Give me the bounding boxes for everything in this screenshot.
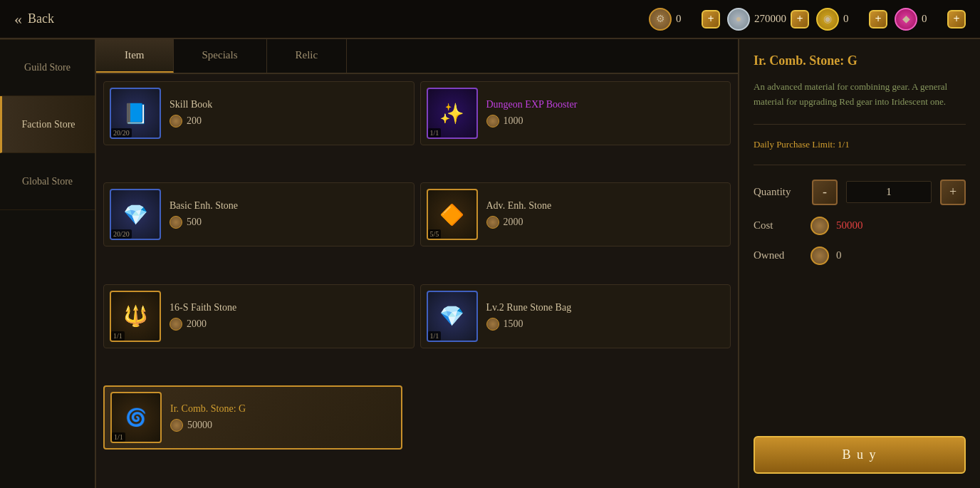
item-img-wrap: 💎 20/20 — [110, 189, 161, 240]
skill-book-info: Skill Book 200 — [170, 99, 408, 128]
cost-value: 50000 — [836, 219, 863, 232]
faith-stone-cost: 2000 — [170, 318, 408, 331]
currency-gold: ◉ 0 + — [816, 8, 887, 31]
item-skill-book[interactable]: 📘 20/20 Skill Book 200 — [103, 81, 415, 145]
currency-silver: ● 270000 + — [727, 8, 809, 31]
cost-row: Cost 50000 — [754, 217, 966, 235]
gem-value: 0 — [922, 13, 943, 25]
item-img-wrap: ✨ 1/1 — [427, 88, 478, 139]
item-basic-enh-stone[interactable]: 💎 20/20 Basic Enh. Stone 500 — [103, 182, 415, 246]
tab-item[interactable]: Item — [96, 39, 174, 73]
cost-icon — [170, 419, 183, 432]
back-button[interactable]: « Back — [14, 10, 54, 28]
cost-icon — [170, 318, 182, 331]
quantity-value[interactable]: 1 — [846, 181, 932, 203]
item-lv2-rune-stone-bag[interactable]: 💎 1/1 Lv.2 Rune Stone Bag 1500 — [420, 284, 731, 348]
item-img-wrap: 🌀 1/1 — [110, 392, 162, 443]
detail-title: Ir. Comb. Stone: G — [754, 53, 966, 68]
cost-icon — [486, 318, 499, 331]
basic-enh-stock: 20/20 — [111, 229, 132, 239]
quantity-plus-button[interactable]: + — [940, 180, 966, 205]
currency-gem: ◆ 0 + — [895, 8, 966, 31]
detail-description: An advanced material for combining gear.… — [754, 80, 966, 110]
tabs: Item Specials Relic — [96, 39, 738, 74]
item-16s-faith-stone[interactable]: 🔱 1/1 16-S Faith Stone 2000 — [103, 284, 415, 348]
add-gem-button[interactable]: + — [947, 10, 966, 28]
faith-stone-stock: 1/1 — [111, 331, 125, 341]
item-grid: 📘 20/20 Skill Book 200 ✨ 1/1 — [96, 74, 738, 488]
cost-label: Cost — [754, 219, 803, 232]
detail-panel: Ir. Comb. Stone: G An advanced material … — [738, 39, 980, 488]
content-area: Item Specials Relic 📘 20/20 Skill Book — [96, 39, 738, 488]
quantity-minus-button[interactable]: - — [812, 180, 838, 205]
sidebar-item-global-store[interactable]: Global Store — [0, 153, 95, 210]
adv-enh-stock: 5/5 — [428, 229, 442, 239]
bronze-icon: ⚙ — [649, 8, 672, 31]
tab-specials[interactable]: Specials — [174, 39, 267, 73]
quantity-label: Quantity — [754, 186, 803, 198]
faith-stone-info: 16-S Faith Stone 2000 — [170, 302, 408, 331]
back-label: Back — [28, 11, 54, 26]
owned-row: Owned 0 — [754, 246, 966, 265]
faith-stone-name: 16-S Faith Stone — [170, 302, 408, 313]
skill-book-stock: 20/20 — [111, 128, 132, 137]
cost-icon — [486, 115, 499, 128]
dungeon-exp-info: Dungeon EXP Booster 1000 — [486, 99, 725, 128]
ir-comb-stone-cost: 50000 — [170, 419, 395, 432]
rune-stone-bag-stock: 1/1 — [428, 331, 442, 341]
add-gold-button[interactable]: + — [869, 10, 887, 28]
item-adv-enh-stone[interactable]: 🔶 5/5 Adv. Enh. Stone 2000 — [420, 182, 731, 246]
basic-enh-info: Basic Enh. Stone 500 — [170, 200, 408, 229]
silver-icon: ● — [727, 8, 750, 31]
main-layout: Guild Store Faction Store Global Store I… — [0, 39, 980, 488]
currency-group: ⚙ 0 + ● 270000 + ◉ 0 + ◆ 0 + — [649, 8, 966, 31]
divider-2 — [754, 165, 966, 165]
bronze-value: 0 — [676, 13, 697, 25]
sidebar: Guild Store Faction Store Global Store — [0, 39, 96, 488]
ir-comb-stone-name: Ir. Comb. Stone: G — [170, 403, 395, 415]
divider — [754, 124, 966, 125]
currency-bronze: ⚙ 0 + — [649, 8, 720, 31]
sidebar-item-faction-store[interactable]: Faction Store — [0, 96, 95, 153]
item-dungeon-exp-booster[interactable]: ✨ 1/1 Dungeon EXP Booster 1000 — [420, 81, 731, 145]
gold-icon: ◉ — [816, 8, 839, 31]
item-img-wrap: 🔶 5/5 — [427, 189, 478, 240]
ir-comb-stone-info: Ir. Comb. Stone: G 50000 — [170, 403, 395, 432]
add-bronze-button[interactable]: + — [702, 10, 720, 28]
top-bar: « Back ⚙ 0 + ● 270000 + ◉ 0 + ◆ 0 + — [0, 0, 980, 39]
owned-value: 0 — [836, 249, 842, 261]
adv-enh-cost: 2000 — [486, 216, 725, 229]
detail-limit: Daily Purchase Limit: 1/1 — [754, 139, 966, 150]
owned-currency-icon — [810, 246, 829, 265]
dungeon-exp-name: Dungeon EXP Booster — [486, 99, 725, 110]
buy-button[interactable]: B u y — [754, 436, 966, 474]
item-ir-comb-stone-g[interactable]: 🌀 1/1 Ir. Comb. Stone: G 50000 — [103, 385, 402, 450]
silver-value: 270000 — [754, 13, 786, 25]
owned-label: Owned — [754, 249, 803, 261]
skill-book-name: Skill Book — [170, 99, 408, 110]
item-img-wrap: 📘 20/20 — [110, 88, 161, 139]
quantity-row: Quantity - 1 + — [754, 180, 966, 205]
gold-value: 0 — [843, 13, 865, 25]
rune-stone-bag-info: Lv.2 Rune Stone Bag 1500 — [486, 302, 725, 331]
gem-icon: ◆ — [895, 8, 917, 31]
rune-stone-bag-name: Lv.2 Rune Stone Bag — [486, 302, 725, 313]
rune-stone-bag-cost: 1500 — [486, 318, 725, 331]
basic-enh-name: Basic Enh. Stone — [170, 200, 408, 212]
adv-enh-name: Adv. Enh. Stone — [486, 200, 725, 212]
cost-currency-icon — [810, 217, 829, 235]
cost-icon — [170, 115, 182, 128]
ir-comb-stone-stock: 1/1 — [112, 432, 125, 442]
add-silver-button[interactable]: + — [791, 10, 809, 28]
basic-enh-cost: 500 — [170, 216, 408, 229]
adv-enh-info: Adv. Enh. Stone 2000 — [486, 200, 725, 229]
item-img-wrap: 🔱 1/1 — [110, 291, 161, 342]
sidebar-item-guild-store[interactable]: Guild Store — [0, 39, 95, 96]
skill-book-cost: 200 — [170, 115, 408, 128]
tab-relic[interactable]: Relic — [267, 39, 348, 73]
back-arrow-icon: « — [14, 10, 22, 28]
cost-icon — [486, 216, 499, 229]
dungeon-exp-stock: 1/1 — [428, 128, 442, 137]
cost-icon — [170, 216, 182, 229]
item-img-wrap: 💎 1/1 — [427, 291, 478, 342]
